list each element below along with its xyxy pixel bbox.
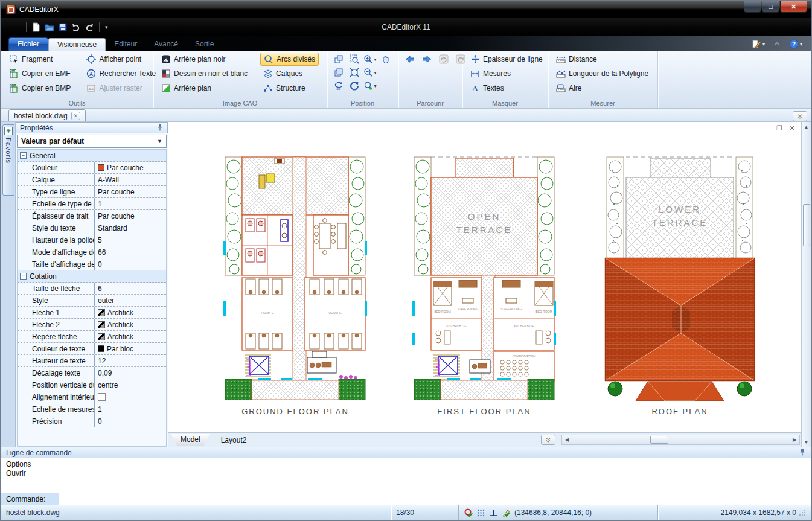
arriere-plan-button[interactable]: Arrière plan	[158, 82, 251, 95]
property-value[interactable]: Par couche	[95, 164, 166, 172]
open-file-button[interactable]	[43, 21, 56, 34]
property-value[interactable]: centre	[95, 381, 166, 389]
tab-fichier[interactable]: Fichier	[8, 37, 48, 51]
help-button[interactable]: ? ▾	[789, 39, 802, 49]
horizontal-scroll-thumb[interactable]	[650, 436, 668, 444]
property-value[interactable]	[95, 393, 166, 401]
property-section-header[interactable]: −Cotation	[18, 270, 166, 283]
pin-icon[interactable]	[799, 449, 806, 456]
resize-grip[interactable]	[799, 509, 806, 516]
mdi-restore-icon[interactable]: ❐	[775, 124, 784, 132]
property-row[interactable]: Hauteur de la police5	[18, 234, 166, 246]
maximize-button[interactable]: □	[762, 1, 779, 13]
checkbox[interactable]	[98, 393, 106, 401]
structure-button[interactable]: Structure	[260, 82, 319, 95]
fragment-button[interactable]: Fragment	[6, 53, 74, 66]
property-row[interactable]: Précision0	[18, 415, 166, 427]
property-row[interactable]: Repère flècheArchtick	[18, 331, 166, 343]
rotate-3d-button[interactable]: 35	[332, 80, 345, 92]
pin-icon[interactable]	[156, 124, 164, 132]
back-button[interactable]	[403, 53, 417, 65]
collapse-icon[interactable]: −	[20, 273, 27, 280]
property-row[interactable]: Flèche 2Archtick	[18, 319, 166, 331]
pan-button[interactable]	[379, 53, 392, 65]
mesures-button[interactable]: Mesures	[467, 67, 546, 80]
property-value[interactable]: Archtick	[95, 333, 166, 341]
property-value[interactable]: 0,09	[95, 369, 166, 377]
property-value[interactable]: 0	[95, 417, 166, 426]
tab-sortie[interactable]: Sortie	[187, 38, 222, 51]
property-section-header[interactable]: −Général	[18, 150, 166, 162]
minimize-button[interactable]: ─	[744, 1, 761, 13]
refresh-view-button[interactable]	[348, 80, 361, 92]
document-close-icon[interactable]: ✕	[71, 112, 80, 120]
drawing-canvas[interactable]: ─ ❐ ✕	[168, 122, 801, 432]
favorites-tab[interactable]: ❋ Favoris	[2, 124, 14, 196]
dessin-nb-button[interactable]: Dessin en noir et blanc	[158, 67, 251, 80]
zoom-in-button[interactable]: ▾	[363, 53, 377, 65]
property-value[interactable]: 5	[95, 236, 166, 245]
property-value[interactable]: 1	[95, 200, 166, 208]
property-row[interactable]: Épaisseur de traitPar couche	[18, 210, 166, 222]
property-row[interactable]: CouleurPar couche	[18, 162, 166, 174]
property-value[interactable]: 1	[95, 405, 166, 414]
close-button[interactable]: ✕	[780, 1, 807, 13]
arcs-divises-button[interactable]: Arcs divisés	[260, 53, 319, 66]
scroll-down-icon[interactable]: ▼	[802, 437, 811, 447]
scroll-up-icon[interactable]: ▲	[802, 122, 811, 132]
edit-mode-button[interactable]: ▾	[752, 39, 765, 49]
ajuster-raster-button[interactable]: Ajuster raster	[83, 82, 159, 95]
property-value[interactable]: A-Wall	[95, 176, 166, 184]
view-undo-button[interactable]	[437, 53, 450, 65]
property-row[interactable]: Echelle de type de l1	[18, 198, 166, 210]
tab-model[interactable]: Model	[171, 434, 210, 446]
property-value[interactable]: Archtick	[95, 321, 166, 329]
property-value[interactable]: Archtick	[95, 308, 166, 317]
command-input[interactable]	[59, 493, 811, 505]
collapse-icon[interactable]: −	[20, 152, 27, 159]
property-row[interactable]: Mode d'affichage de66	[18, 246, 166, 258]
property-value[interactable]: 66	[95, 248, 166, 257]
zoom-previous-button[interactable]: ▾	[363, 80, 377, 92]
property-row[interactable]: Alignement intérieur	[18, 391, 166, 403]
undo-button[interactable]	[69, 21, 83, 34]
copy-view-button[interactable]	[332, 66, 345, 78]
property-value[interactable]: outer	[95, 296, 166, 305]
arriere-plan-noir-button[interactable]: Arrière plan noir	[158, 53, 251, 66]
property-row[interactable]: Décalage texte0,09	[18, 367, 166, 379]
aire-button[interactable]: Aire	[553, 82, 651, 95]
property-row[interactable]: Style du texteStandard	[18, 222, 166, 234]
scroll-left-icon[interactable]: ◀	[562, 435, 572, 444]
grid-icon[interactable]	[476, 508, 485, 517]
textes-button[interactable]: A Textes	[467, 82, 546, 95]
toolbar-more-icon[interactable]: ▾	[103, 24, 110, 30]
epaisseur-ligne-button[interactable]: Epaisseur de ligne	[467, 53, 546, 66]
tab-list-button[interactable]	[793, 111, 807, 121]
property-value[interactable]: Par bloc	[95, 345, 166, 353]
redo-button[interactable]	[83, 21, 96, 34]
rechercher-texte-button[interactable]: A Rechercher Texte	[83, 67, 159, 80]
tab-editeur[interactable]: Editeur	[106, 38, 145, 51]
zoom-out-button[interactable]: ▾	[363, 66, 377, 78]
property-row[interactable]: Flèche 1Archtick	[18, 307, 166, 319]
property-row[interactable]: Taille de flèche6	[18, 283, 166, 295]
property-row[interactable]: Hauteur de texte12	[18, 355, 166, 367]
property-value[interactable]: Par couche	[95, 212, 166, 220]
vertical-scroll-thumb[interactable]	[803, 204, 810, 246]
property-row[interactable]: Type de lignePar couche	[18, 186, 166, 198]
osnap-pen-icon[interactable]	[502, 508, 511, 517]
collapse-ribbon-icon[interactable]	[772, 39, 782, 49]
forward-button[interactable]	[420, 53, 433, 65]
mdi-minimize-icon[interactable]: ─	[762, 124, 771, 132]
tab-layout2[interactable]: Layout2	[210, 436, 258, 444]
horizontal-scrollbar[interactable]: ◀ ▶	[561, 435, 800, 445]
snap-marker-icon[interactable]	[464, 508, 473, 517]
tab-visionneuse[interactable]: Visionneuse	[48, 38, 106, 51]
property-row[interactable]: CalqueA-Wall	[18, 174, 166, 186]
property-value[interactable]: 12	[95, 357, 166, 365]
longueur-polyligne-button[interactable]: Longueur de la Polyligne	[553, 67, 651, 80]
property-value[interactable]: Par couche	[95, 188, 166, 196]
calques-button[interactable]: Calques	[260, 67, 319, 80]
afficher-point-button[interactable]: Afficher point	[83, 53, 159, 66]
document-tab[interactable]: hostel block.dwg ✕	[8, 109, 86, 121]
